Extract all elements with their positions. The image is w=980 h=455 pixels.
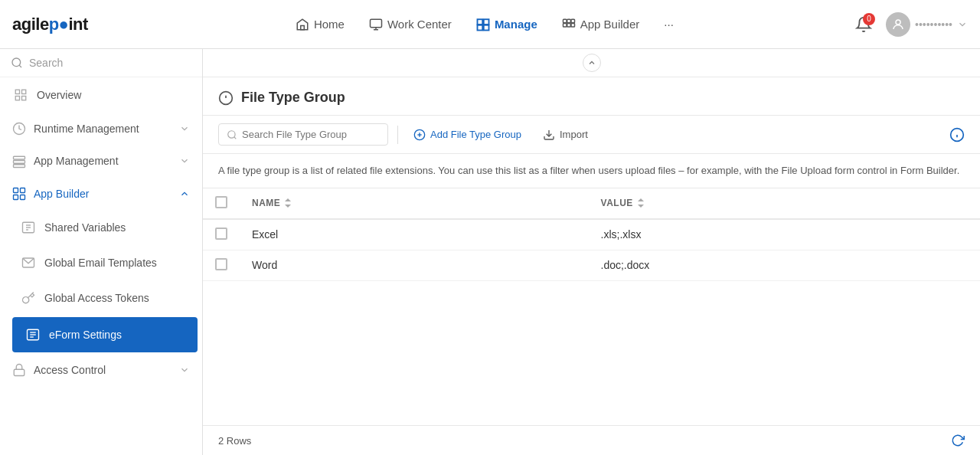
refresh-button[interactable] (951, 434, 965, 447)
sidebar-search[interactable]: Search (0, 49, 202, 77)
shared-variables-icon (20, 219, 37, 236)
add-icon (413, 129, 426, 141)
sidebar-collapse-button[interactable] (583, 54, 601, 72)
import-button[interactable]: Import (537, 124, 594, 146)
notification-badge: 0 (863, 13, 875, 25)
user-chevron-icon (957, 19, 968, 30)
nav-workcenter[interactable]: Work Center (358, 11, 462, 38)
svg-rect-38 (14, 369, 24, 375)
svg-rect-0 (301, 25, 305, 29)
avatar (886, 12, 910, 37)
row-checkbox-cell (203, 250, 240, 280)
eform-settings-icon (24, 326, 41, 343)
info-icon (949, 127, 965, 142)
svg-rect-13 (571, 23, 575, 27)
toolbar-divider (397, 126, 398, 144)
row-2-value: .doc;.docx (589, 250, 980, 280)
notifications-button[interactable]: 0 (851, 11, 877, 38)
app-management-chevron-icon (179, 155, 190, 166)
svg-rect-17 (15, 90, 19, 93)
page-title-icon (218, 90, 234, 106)
svg-rect-22 (14, 156, 25, 159)
page-header: File Type Group (203, 77, 980, 116)
email-templates-icon (20, 254, 37, 271)
table-row: Word .doc;.docx (203, 250, 980, 280)
sidebar-item-access-control[interactable]: Access Control (0, 354, 202, 386)
sidebar-item-app-builder[interactable]: App Builder (0, 178, 202, 210)
header-name[interactable]: NAME (240, 188, 589, 219)
row-count: 2 Rows (218, 435, 251, 447)
content-toolbar: Add File Type Group Import (203, 116, 980, 154)
svg-line-43 (234, 136, 237, 139)
page-title: File Type Group (218, 90, 345, 106)
value-sort-icon (636, 197, 645, 209)
svg-rect-4 (477, 19, 482, 25)
row-2-checkbox[interactable] (215, 258, 227, 270)
add-file-type-group-button[interactable]: Add File Type Group (407, 124, 528, 146)
svg-rect-1 (370, 19, 381, 28)
search-icon (11, 57, 23, 69)
svg-rect-19 (15, 97, 19, 100)
import-icon (543, 129, 555, 141)
search-box-icon (227, 129, 237, 140)
table-body: Excel .xls;.xlsx Word .doc;.docx (203, 219, 980, 281)
chevron-up-icon (587, 58, 596, 67)
row-1-value: .xls;.xlsx (589, 219, 980, 250)
app-builder-chevron-icon (179, 188, 190, 199)
content-area: File Type Group Add File Type Group Impo… (203, 49, 980, 455)
info-button[interactable] (949, 126, 965, 142)
top-navigation: agilep●int Home Work Center Manage App B… (0, 0, 980, 49)
sidebar-item-global-email-templates[interactable]: Global Email Templates (8, 245, 202, 280)
app-builder-icon (12, 187, 26, 201)
svg-rect-20 (22, 97, 26, 100)
access-control-icon (12, 363, 26, 377)
svg-point-14 (896, 20, 900, 25)
nav-manage[interactable]: Manage (466, 11, 548, 38)
table-header: NAME VALUE (203, 188, 980, 219)
app-builder-subitems: Shared Variables Global Email Templates … (0, 210, 202, 354)
row-1-checkbox[interactable] (215, 228, 227, 240)
runtime-icon (12, 122, 26, 136)
svg-rect-23 (14, 160, 25, 163)
nav-more[interactable]: ··· (653, 11, 684, 37)
app-management-icon (12, 154, 26, 168)
row-checkbox-cell (203, 219, 240, 250)
file-type-group-table: NAME VALUE (203, 188, 980, 426)
data-table: NAME VALUE (203, 188, 980, 281)
svg-point-15 (12, 58, 21, 67)
access-control-chevron-icon (179, 365, 190, 375)
logo: agilep●int (12, 15, 88, 34)
sidebar-item-app-management[interactable]: App Management (0, 145, 202, 177)
nav-items: Home Work Center Manage App Builder ··· (119, 11, 851, 38)
sidebar-item-overview[interactable]: Overview (0, 77, 202, 113)
svg-rect-9 (567, 19, 570, 23)
nav-appbuilder[interactable]: App Builder (551, 11, 651, 38)
header-value[interactable]: VALUE (589, 188, 980, 219)
sidebar-item-runtime-management[interactable]: Runtime Management (0, 113, 202, 145)
svg-rect-11 (563, 23, 567, 27)
table-row: Excel .xls;.xlsx (203, 219, 980, 250)
sidebar-item-global-access-tokens[interactable]: Global Access Tokens (8, 280, 202, 316)
row-2-name: Word (240, 250, 589, 280)
search-input[interactable] (242, 129, 380, 140)
row-1-name: Excel (240, 219, 589, 250)
access-tokens-icon (20, 290, 37, 306)
svg-rect-7 (484, 25, 489, 30)
svg-rect-26 (21, 188, 25, 192)
header-checkbox-cell (203, 188, 240, 219)
svg-rect-5 (484, 19, 489, 25)
main-layout: Search Overview Runtime Management App M… (0, 49, 980, 455)
sidebar-item-eform-settings[interactable]: eForm Settings (12, 317, 198, 352)
sidebar: Search Overview Runtime Management App M… (0, 49, 203, 455)
runtime-chevron-icon (179, 123, 190, 134)
nav-home[interactable]: Home (285, 11, 355, 38)
svg-rect-10 (571, 19, 575, 23)
search-box[interactable] (218, 123, 388, 146)
select-all-checkbox[interactable] (215, 196, 227, 208)
svg-rect-24 (14, 164, 25, 167)
sidebar-item-shared-variables[interactable]: Shared Variables (8, 210, 202, 245)
user-menu[interactable]: •••••••••• (886, 12, 968, 37)
svg-rect-12 (567, 23, 570, 27)
nav-right: 0 •••••••••• (851, 11, 968, 38)
svg-rect-28 (21, 195, 25, 199)
